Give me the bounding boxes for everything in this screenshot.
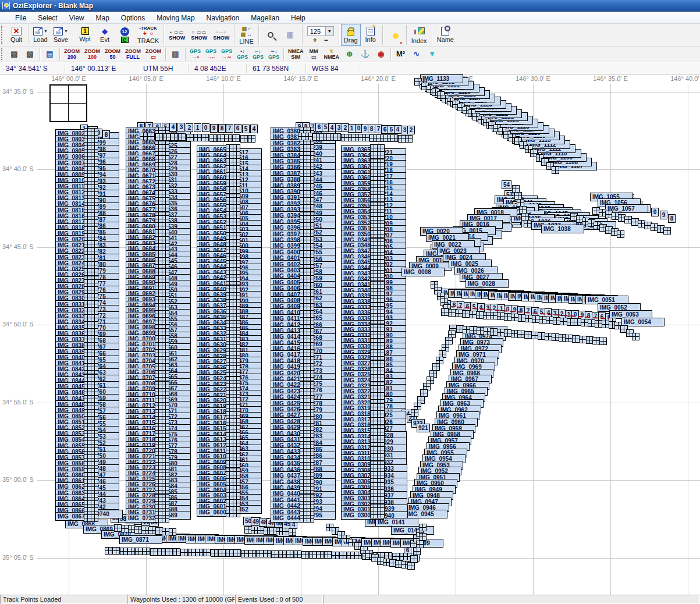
waypoint-marker[interactable] (186, 134, 194, 141)
profile-button[interactable]: ∿ (408, 47, 424, 62)
waypoint-marker[interactable] (419, 524, 427, 531)
waypoint-marker[interactable] (407, 562, 415, 570)
gps-send-wpt-button[interactable]: GPS→▪ (187, 47, 203, 62)
quit-button[interactable]: ✕Quit (6, 24, 26, 46)
waypoint-marker[interactable] (218, 549, 226, 557)
waypoint-marker[interactable] (377, 374, 385, 382)
gps-send-route-button[interactable]: GPS→⌐ (203, 47, 219, 62)
waypoint-marker[interactable] (232, 134, 240, 142)
gps-get-track-button[interactable]: ∼↓GPS (266, 47, 282, 62)
waypoint-marker[interactable] (377, 230, 385, 238)
waypoint-marker[interactable] (552, 166, 559, 174)
waypoint-marker[interactable] (377, 173, 385, 180)
zoom-100-button[interactable]: ZOOM100 (82, 47, 102, 62)
waypoint-marker[interactable] (169, 528, 176, 536)
waypoint-marker[interactable] (248, 135, 255, 143)
waypoint-marker[interactable] (286, 550, 294, 558)
waypoint-marker[interactable] (377, 353, 385, 360)
waypoint-marker[interactable] (419, 533, 427, 541)
load-button[interactable]: ↗▼Load (30, 24, 51, 46)
mob-button[interactable]: ◉ (373, 47, 389, 62)
waypoint-marker[interactable] (307, 430, 314, 438)
waypoint-marker[interactable] (377, 295, 385, 303)
waypoint-marker[interactable] (377, 151, 385, 159)
waypoint-marker[interactable] (150, 548, 158, 556)
menu-options[interactable]: Options (115, 13, 151, 23)
menu-view[interactable]: View (63, 13, 90, 23)
waypoint-marker[interactable] (226, 549, 233, 557)
track-12c-button[interactable]: 12C (115, 24, 134, 46)
waypoint-marker[interactable] (307, 374, 314, 381)
gps-get-wpt-button[interactable]: ▪↓GPS (234, 47, 250, 62)
menu-navigation[interactable]: Navigation (201, 13, 246, 23)
measure-button[interactable]: M² (393, 47, 408, 62)
print-button[interactable]: ▥ (168, 47, 183, 62)
waypoint-marker[interactable] (162, 430, 169, 438)
waypoint-marker[interactable] (307, 261, 314, 268)
waypoint-marker[interactable] (127, 548, 135, 555)
drag-button[interactable]: Drag (341, 24, 361, 46)
waypoint-marker[interactable] (307, 317, 314, 325)
waypoint-marker[interactable] (155, 133, 163, 141)
zoom-level-button[interactable]: 125▼+− (304, 24, 337, 46)
waypoint-marker[interactable] (233, 460, 240, 468)
waypoint-marker[interactable] (217, 134, 225, 142)
menu-moving-map[interactable]: Moving Map (151, 13, 200, 23)
waypoint-marker[interactable] (91, 170, 98, 177)
waypoint-marker[interactable] (377, 439, 385, 446)
waypoint-marker[interactable] (307, 148, 314, 155)
magnify-button[interactable] (261, 24, 280, 46)
waypoint-marker[interactable] (233, 549, 241, 557)
waypoint-marker[interactable] (377, 475, 385, 482)
waypoint-marker[interactable] (663, 227, 671, 235)
waypoint-marker[interactable] (305, 133, 312, 140)
waypoint-marker[interactable] (377, 417, 385, 425)
waypoint-marker[interactable] (400, 553, 407, 560)
waypoint-marker[interactable] (201, 134, 209, 141)
waypoint-marker[interactable] (188, 549, 196, 556)
zoom-200-button[interactable]: ZOOM200 (62, 47, 82, 62)
waypoint-marker[interactable] (307, 515, 314, 523)
waypoint-marker[interactable] (377, 317, 385, 324)
waypoint-marker[interactable] (333, 133, 341, 141)
waypoint-marker[interactable] (225, 134, 232, 142)
gps-send-track-button[interactable]: GPS→∼ (219, 47, 234, 62)
track-control-button[interactable]: ▨ (6, 47, 22, 62)
waypoint-marker[interactable] (158, 548, 165, 556)
waypoint-marker[interactable] (91, 465, 98, 472)
waypoint-marker[interactable] (170, 133, 178, 141)
waypoint-marker[interactable] (162, 261, 169, 268)
zoom-out-button[interactable]: − (324, 37, 328, 44)
position-button[interactable]: ⊕ (342, 47, 357, 62)
waypoint-marker[interactable] (416, 541, 424, 548)
waypoint-marker[interactable] (632, 333, 639, 340)
map-canvas[interactable]: 146° 00.0′ E146° 05.0′ E146° 10.0′ E146°… (0, 74, 700, 595)
waypoint-marker[interactable] (617, 230, 624, 238)
nmea-sim-button[interactable]: NMEASIM (286, 47, 306, 62)
waypoint-marker[interactable] (332, 552, 339, 559)
waypoint-marker[interactable] (178, 133, 186, 141)
waypoint-marker[interactable] (233, 278, 240, 285)
waypoint-marker[interactable] (162, 515, 169, 523)
waypoint-marker[interactable] (377, 331, 385, 339)
waypoint-marker[interactable] (309, 551, 317, 559)
waypoint-marker[interactable] (120, 548, 127, 555)
toolbar-grip[interactable] (1, 26, 5, 44)
gps-get-route-button[interactable]: ⌐↓GPS (250, 47, 266, 62)
waypoint-marker[interactable] (240, 135, 248, 143)
menu-help[interactable]: Help (285, 13, 311, 23)
anchor-alarm-button[interactable]: ⚓ (357, 47, 373, 62)
waypoint-marker[interactable] (599, 337, 607, 345)
waypoint-marker[interactable] (377, 194, 385, 202)
waypoint-marker[interactable] (91, 367, 98, 374)
waypoint-marker[interactable] (135, 548, 143, 555)
waypoint-marker[interactable] (405, 135, 413, 143)
nmea-button[interactable]: ↯NMEA (322, 47, 342, 62)
waypoint-marker[interactable] (194, 134, 201, 141)
waypoint-marker[interactable] (377, 396, 385, 403)
waypoint-marker[interactable] (410, 555, 418, 563)
waypoint-marker[interactable] (233, 186, 240, 194)
toolbar-grip[interactable] (1, 48, 5, 60)
waypoint-marker[interactable] (279, 550, 286, 558)
page-line-button[interactable]: ▤ ⌐▤ ↔LINE (236, 24, 256, 46)
